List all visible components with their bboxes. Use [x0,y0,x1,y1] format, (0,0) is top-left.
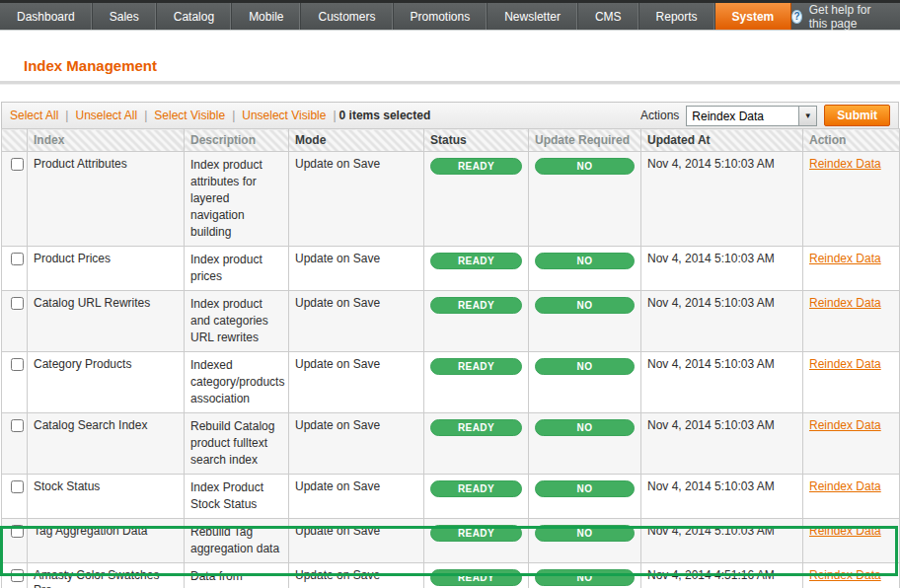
submit-button[interactable]: Submit [824,105,890,126]
description-cell: Index product prices [185,247,289,291]
chevron-down-icon[interactable]: ▼ [798,107,816,125]
updated-at-cell: Nov 4, 2014 5:10:03 AM [641,247,803,291]
status-badge: READY [430,480,522,497]
link-separator: | [333,109,336,122]
nav-item-catalog[interactable]: Catalog [157,3,232,30]
update-required-cell: NO [529,152,641,247]
updated-at-cell: Nov 4, 2014 4:51:16 AM [641,563,803,588]
column-header-index[interactable]: Index [28,129,185,152]
update-required-cell: NO [529,247,641,291]
row-checkbox[interactable] [11,158,24,171]
checkbox-cell [2,152,28,247]
column-header-action[interactable]: Action [803,129,900,152]
column-header-status[interactable]: Status [424,129,529,152]
update-required-cell: NO [529,352,641,413]
update-required-badge: NO [535,480,635,497]
row-checkbox[interactable] [11,358,24,371]
index-name-cell: Category Products [28,352,185,413]
description-cell: Index Product Stock Status [185,475,289,519]
table-row: Tag Aggregation DataRebuild Tag aggregat… [2,519,900,563]
unselect-all-link[interactable]: Unselect All [75,109,137,122]
actions-select[interactable]: Reindex Data ▼ [686,106,817,126]
updated-at-cell: Nov 4, 2014 5:10:03 AM [641,475,803,519]
checkbox-column-header [2,129,28,152]
row-checkbox[interactable] [11,569,24,582]
update-required-badge: NO [535,569,635,586]
grid-toolbar: Select All|Unselect All|Select Visible|U… [1,102,899,128]
mode-cell: Update on Save [289,413,424,475]
index-name-cell: Tag Aggregation Data [28,519,185,563]
reindex-data-link[interactable]: Reindex Data [809,524,881,538]
checkbox-cell [2,563,28,588]
column-header-updated-at[interactable]: Updated At [641,129,803,152]
reindex-data-link[interactable]: Reindex Data [809,157,881,171]
reindex-data-link[interactable]: Reindex Data [809,568,881,582]
description-cell: Rebuild Catalog product fulltext search … [185,413,289,475]
status-badge: READY [430,358,522,375]
updated-at-cell: Nov 4, 2014 5:10:03 AM [641,152,803,247]
help-link[interactable]: ? Get help for this page [791,3,900,30]
updated-at-cell: Nov 4, 2014 5:10:03 AM [641,291,803,352]
nav-item-dashboard[interactable]: Dashboard [0,3,93,30]
updated-at-cell: Nov 4, 2014 5:10:03 AM [641,519,803,563]
update-required-cell: NO [529,563,641,588]
status-badge: READY [430,158,522,175]
nav-item-customers[interactable]: Customers [301,3,393,30]
nav-item-mobile[interactable]: Mobile [232,3,301,30]
update-required-badge: NO [535,158,635,175]
action-cell: Reindex Data [803,247,900,291]
description-cell: Index product and categories URL rewrite… [185,291,289,352]
action-cell: Reindex Data [803,519,900,563]
help-label: Get help for this page [809,3,888,31]
mode-cell: Update on Save [289,475,424,519]
select-visible-link[interactable]: Select Visible [154,109,225,122]
actions-select-value: Reindex Data [687,107,798,125]
row-checkbox[interactable] [11,297,24,310]
page-title: Index Management [24,57,900,74]
nav-item-newsletter[interactable]: Newsletter [488,3,578,30]
unselect-visible-link[interactable]: Unselect Visible [242,109,326,122]
reindex-data-link[interactable]: Reindex Data [809,418,881,432]
update-required-cell: NO [529,519,641,563]
nav-item-system[interactable]: System [715,3,792,30]
table-row: Product PricesIndex product pricesUpdate… [2,247,900,291]
nav-item-promotions[interactable]: Promotions [394,3,488,30]
nav-item-sales[interactable]: Sales [93,3,157,30]
checkbox-cell [2,247,28,291]
index-name-cell: Amasty Color Swatches Pro [28,563,185,588]
row-checkbox[interactable] [11,525,24,538]
reindex-data-link[interactable]: Reindex Data [809,479,881,493]
nav-item-cms[interactable]: CMS [578,3,639,30]
actions-area: Actions Reindex Data ▼ Submit [640,105,890,126]
top-navbar: DashboardSalesCatalogMobileCustomersProm… [0,0,900,31]
update-required-cell: NO [529,413,641,475]
nav-item-reports[interactable]: Reports [639,3,715,30]
index-table: IndexDescriptionModeStatusUpdate Require… [1,128,900,588]
checkbox-cell [2,475,28,519]
select-all-link[interactable]: Select All [10,109,58,122]
help-icon: ? [791,10,801,24]
status-badge: READY [430,297,522,314]
row-checkbox[interactable] [11,480,24,493]
reindex-data-link[interactable]: Reindex Data [809,357,881,371]
status-badge: READY [430,419,522,436]
action-cell: Reindex Data [803,291,900,352]
update-required-badge: NO [535,253,635,269]
index-name-cell: Product Prices [28,247,185,291]
action-cell: Reindex Data [803,475,900,519]
column-header-description[interactable]: Description [185,129,289,152]
reindex-data-link[interactable]: Reindex Data [809,252,881,265]
update-required-badge: NO [535,525,635,542]
mode-cell: Update on Save [289,291,424,352]
row-checkbox[interactable] [11,419,24,432]
column-header-mode[interactable]: Mode [289,129,424,152]
status-cell: READY [424,413,529,475]
link-separator: | [65,109,68,122]
row-checkbox[interactable] [11,253,24,265]
update-required-badge: NO [535,297,635,314]
index-name-cell: Product Attributes [28,152,185,247]
column-header-update-required[interactable]: Update Required [529,129,641,152]
status-cell: READY [424,152,529,247]
mode-cell: Update on Save [289,352,424,413]
reindex-data-link[interactable]: Reindex Data [809,296,881,310]
